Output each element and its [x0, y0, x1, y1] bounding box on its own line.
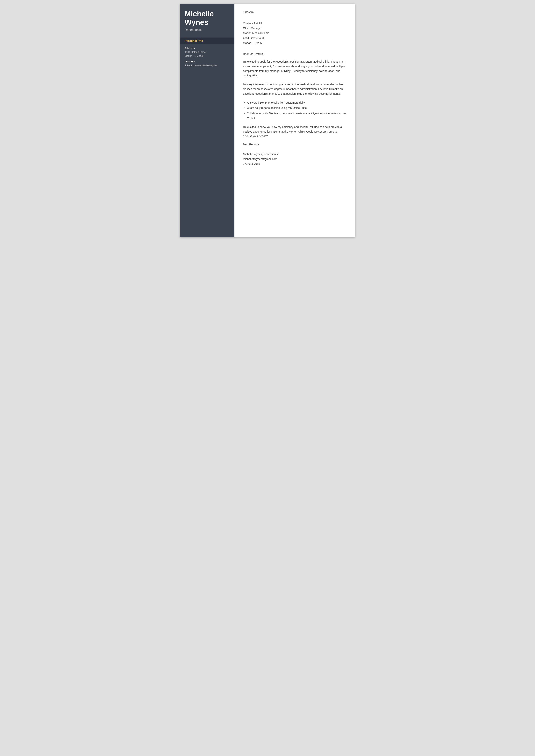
signature-block: Michelle Wynes, Receptionist michellezwy…	[243, 152, 347, 167]
signature-name: Michelle Wynes, Receptionist	[243, 152, 347, 157]
address-value: 4884 Holden Street Marion, IL 62959	[184, 50, 230, 58]
document: Michelle Wynes Receptionist Personal Inf…	[180, 4, 355, 237]
salutation: Dear Ms. Ratcliff,	[243, 52, 347, 56]
linkedin-label: LinkedIn	[184, 60, 230, 63]
candidate-name: Michelle Wynes	[184, 10, 230, 27]
closing-paragraph: I'm excited to show you how my efficienc…	[243, 125, 347, 139]
linkedin-value: linkedin.com/michellezwynes	[184, 64, 230, 68]
letter-date: 12/09/19	[243, 11, 347, 14]
bullet-item-2: Wrote daily reports of shifts using MS O…	[243, 106, 347, 110]
recipient-title: Office Manager	[243, 26, 347, 31]
main-content: 12/09/19 Chelsey Ratcliff Office Manager…	[235, 4, 355, 237]
candidate-title: Receptionist	[184, 28, 230, 32]
paragraph-1: I'm excited to apply for the receptionis…	[243, 60, 347, 78]
address-label: Address	[184, 47, 230, 50]
personal-info-heading: Personal Info	[180, 38, 235, 44]
bullet-item-3: Collaborated with 30+ team members to su…	[243, 111, 347, 121]
address-line1: 4884 Holden Street	[184, 50, 207, 53]
paragraph-2: I'm very interested in beginning a caree…	[243, 82, 347, 96]
bullet-list: Answered 10+ phone calls from customers …	[243, 100, 347, 121]
signature-email: michellezwynes@gmail.com	[243, 157, 347, 162]
address-line2: Marion, IL 62959	[184, 54, 204, 57]
valediction: Best Regards,	[243, 143, 347, 146]
sidebar: Michelle Wynes Receptionist Personal Inf…	[180, 4, 235, 237]
recipient-name: Chelsey Ratcliff	[243, 21, 347, 26]
recipient-address1: 2804 Davis Court	[243, 36, 347, 40]
bullet-item-1: Answered 10+ phone calls from customers …	[243, 100, 347, 105]
recipient-company: Morton Medical Clinic	[243, 31, 347, 36]
recipient-block: Chelsey Ratcliff Office Manager Morton M…	[243, 21, 347, 45]
signature-phone: 773-914-7965	[243, 162, 347, 166]
recipient-address2: Marion, IL 62959	[243, 40, 347, 45]
